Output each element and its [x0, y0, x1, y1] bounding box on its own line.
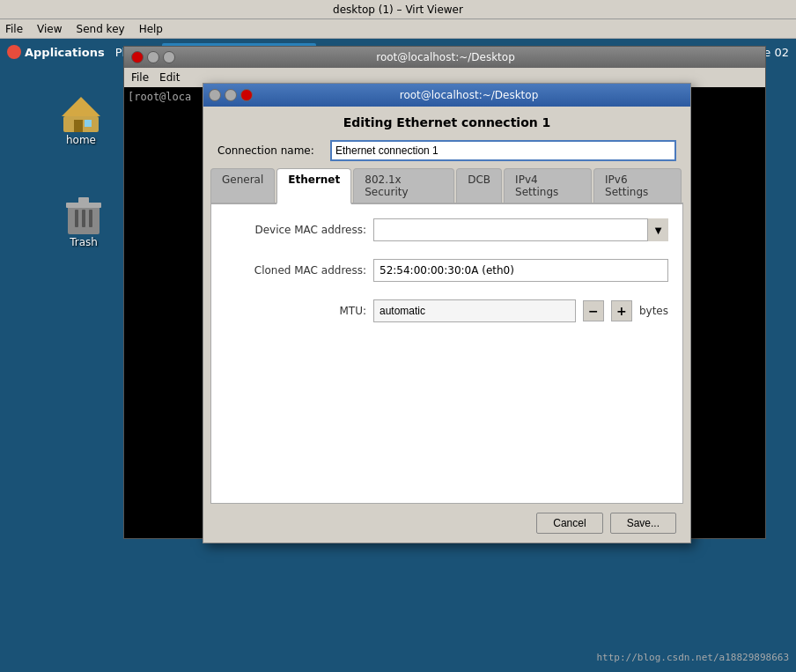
save-button[interactable]: Save...	[610, 513, 676, 534]
menu-help[interactable]: Help	[139, 23, 163, 35]
terminal-menu-edit[interactable]: Edit	[159, 71, 180, 84]
connection-name-input[interactable]	[330, 140, 676, 161]
menu-sendkey[interactable]: Send key	[77, 23, 125, 35]
applications-label: Applications	[25, 46, 105, 59]
mtu-unit: bytes	[639, 305, 668, 317]
svg-rect-12	[89, 210, 92, 227]
device-mac-label: Device MAC address:	[225, 224, 366, 236]
trash-label: Trash	[70, 236, 98, 248]
tab-content-ethernet: Device MAC address: ▼ Cloned MAC address…	[210, 204, 683, 504]
device-mac-row: Device MAC address: ▼	[225, 218, 668, 241]
tab-ipv4[interactable]: IPv4 Settings	[504, 168, 592, 203]
modal-footer: Cancel Save...	[203, 504, 690, 543]
terminal-min-btn[interactable]	[147, 51, 159, 63]
applications-icon	[7, 45, 21, 59]
modal-titlebar: root@localhost:~/Desktop	[203, 84, 690, 107]
mtu-row: MTU: − + bytes	[225, 299, 668, 322]
modal-heading: Editing Ethernet connection 1	[203, 107, 690, 137]
menu-file[interactable]: File	[5, 23, 23, 35]
trash-icon	[66, 197, 101, 236]
terminal-close-btn[interactable]	[131, 51, 144, 63]
tab-bar: General Ethernet 802.1x Security DCB IPv…	[210, 168, 683, 204]
bottom-url: http://blog.csdn.net/a18829898663	[589, 650, 796, 665]
terminal-max-btn[interactable]	[163, 51, 175, 63]
desktop: Applications Places Network Connections …	[0, 39, 796, 665]
cloned-mac-value: 52:54:00:00:30:0A (eth0)	[373, 259, 668, 282]
modal-maximize-btn[interactable]	[225, 89, 237, 101]
svg-rect-5	[74, 120, 83, 132]
cloned-mac-row: Cloned MAC address: 52:54:00:00:30:0A (e…	[225, 259, 668, 282]
desktop-icon-home[interactable]: home	[46, 92, 116, 146]
device-mac-select-wrapper: ▼	[373, 218, 668, 241]
home-icon	[60, 92, 102, 134]
mtu-controls: − + bytes	[373, 299, 668, 322]
virt-viewer-menubar: File View Send key Help	[0, 19, 796, 39]
cancel-button[interactable]: Cancel	[536, 513, 602, 534]
modal-minimize-btn[interactable]	[209, 89, 221, 101]
terminal-title: root@localhost:~/Desktop	[181, 51, 711, 63]
virt-viewer-title: desktop (1) – Virt Viewer	[333, 4, 463, 16]
svg-rect-9	[78, 197, 89, 204]
tab-ethernet[interactable]: Ethernet	[276, 168, 351, 204]
tab-general[interactable]: General	[210, 168, 275, 203]
mtu-minus-btn[interactable]: −	[583, 300, 604, 321]
mtu-label: MTU:	[225, 305, 366, 317]
virt-viewer-titlebar: desktop (1) – Virt Viewer	[0, 0, 796, 19]
tab-8021x[interactable]: 802.1x Security	[353, 168, 454, 203]
svg-rect-6	[85, 120, 92, 127]
applications-menu[interactable]: Applications	[7, 45, 105, 59]
mtu-input[interactable]	[373, 299, 576, 322]
modal-close-btn[interactable]	[240, 89, 253, 101]
mtu-plus-btn[interactable]: +	[611, 300, 632, 321]
tab-dcb[interactable]: DCB	[456, 168, 502, 203]
home-label: home	[66, 134, 96, 146]
svg-rect-11	[82, 210, 85, 227]
connection-name-row: Connection name:	[203, 137, 690, 168]
menu-view[interactable]: View	[37, 23, 62, 35]
svg-marker-4	[62, 97, 100, 116]
svg-rect-10	[75, 210, 78, 227]
tab-ipv6[interactable]: IPv6 Settings	[593, 168, 682, 203]
modal-title: root@localhost:~/Desktop	[253, 89, 685, 101]
desktop-icon-trash[interactable]: Trash	[48, 197, 119, 248]
edit-connection-dialog: root@localhost:~/Desktop Editing Etherne…	[203, 83, 691, 543]
cloned-mac-label: Cloned MAC address:	[225, 264, 366, 277]
terminal-menu-file[interactable]: File	[131, 71, 149, 84]
connection-name-label: Connection name:	[217, 144, 323, 157]
terminal-titlebar: root@localhost:~/Desktop	[124, 47, 765, 68]
device-mac-select[interactable]	[373, 218, 668, 241]
